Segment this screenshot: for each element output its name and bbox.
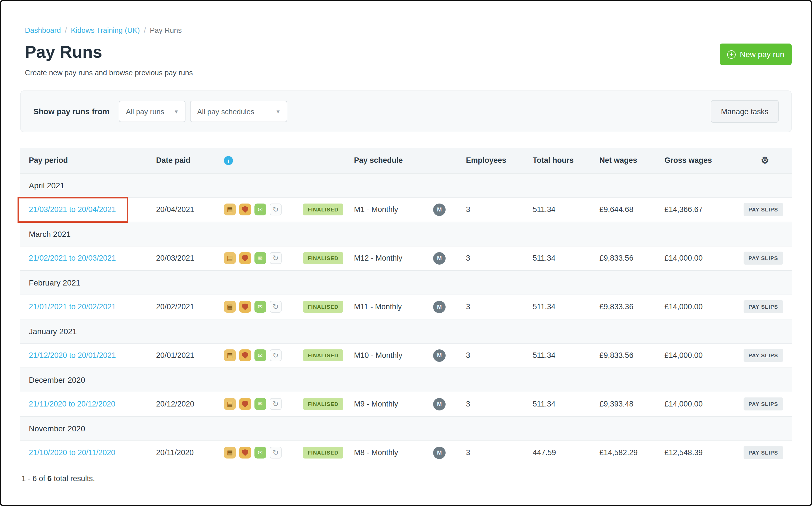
employees-cell: 3 — [458, 197, 524, 222]
shield-shape — [242, 401, 248, 407]
pay-slips-button[interactable]: PAY SLIPS — [743, 446, 783, 459]
reopen-payrun-icon[interactable]: ↻ — [270, 349, 281, 361]
pay-period-link[interactable]: 21/12/2020 to 20/01/2021 — [29, 351, 116, 359]
pay-period-link[interactable]: 21/03/2021 to 20/04/2021 — [29, 205, 116, 214]
employees-cell: 3 — [458, 343, 524, 367]
results-count: 1 - 6 of 6 total results. — [20, 474, 792, 483]
net-wages-cell: £14,582.29 — [591, 440, 656, 465]
pay-slips-button[interactable]: PAY SLIPS — [743, 398, 783, 410]
pay-runs-filter-value: All pay runs — [126, 107, 164, 115]
gross-wages-cell: £14,000.00 — [656, 246, 729, 270]
email-payslips-icon[interactable]: ✉ — [254, 203, 266, 216]
gross-wages-cell: £14,000.00 — [656, 392, 729, 416]
page-title: Pay Runs — [25, 43, 193, 61]
pension-shield-icon[interactable] — [239, 447, 251, 458]
pension-shield-icon[interactable] — [239, 349, 251, 361]
reopen-payrun-icon[interactable]: ↻ — [270, 203, 281, 216]
reopen-payrun-icon[interactable]: ↻ — [270, 301, 281, 313]
pay-run-row: 21/12/2020 to 20/01/2021 20/01/2021 ▤✉↻ … — [20, 343, 792, 367]
pay-slips-button[interactable]: PAY SLIPS — [743, 349, 783, 362]
pay-runs-filter-dropdown[interactable]: All pay runs ▾ — [118, 101, 185, 122]
month-group-label: February 2021 — [20, 270, 792, 294]
pay-schedule-cell: M12 - Monthly — [345, 246, 425, 270]
pay-period-link[interactable]: 21/02/2021 to 20/03/2021 — [29, 254, 116, 262]
month-group-row: April 2021 — [20, 173, 792, 197]
breadcrumb: Dashboard / Kidows Training (UK) / Pay R… — [20, 26, 792, 34]
employees-cell: 3 — [458, 392, 524, 416]
total-hours-cell: 511.34 — [524, 343, 591, 367]
page-header: Pay Runs Create new pay runs and browse … — [20, 43, 792, 77]
reopen-payrun-icon[interactable]: ↻ — [270, 398, 281, 410]
pay-slips-button[interactable]: PAY SLIPS — [743, 300, 783, 313]
pay-schedule-cell: M11 - Monthly — [345, 294, 425, 319]
date-paid-cell: 20/01/2021 — [148, 343, 216, 367]
pay-schedules-filter-value: All pay schedules — [197, 107, 254, 115]
schedule-frequency-badge: M — [433, 349, 445, 361]
payroll-journal-icon[interactable]: ▤ — [224, 349, 236, 361]
payroll-journal-icon[interactable]: ▤ — [224, 447, 236, 458]
pay-period-link[interactable]: 21/10/2020 to 20/11/2020 — [29, 448, 115, 457]
pay-run-row: 21/02/2021 to 20/03/2021 20/03/2021 ▤✉↻ … — [20, 246, 792, 270]
results-total: 6 — [48, 474, 52, 483]
table-header-row: Pay period Date paid i Pay schedule Empl… — [20, 148, 792, 173]
status-badge: FINALISED — [303, 447, 343, 458]
payroll-journal-icon[interactable]: ▤ — [224, 398, 236, 410]
month-group-label: March 2021 — [20, 222, 792, 246]
email-payslips-icon[interactable]: ✉ — [254, 447, 266, 458]
employees-cell: 3 — [458, 440, 524, 465]
payroll-journal-icon[interactable]: ▤ — [224, 301, 236, 313]
col-pay-schedule: Pay schedule — [345, 148, 458, 173]
pay-slips-button[interactable]: PAY SLIPS — [743, 203, 783, 216]
email-payslips-icon[interactable]: ✉ — [254, 252, 266, 264]
net-wages-cell: £9,833.56 — [591, 343, 656, 367]
month-group-label: November 2020 — [20, 416, 792, 440]
net-wages-cell: £9,833.56 — [591, 246, 656, 270]
email-payslips-icon[interactable]: ✉ — [254, 301, 266, 313]
settings-gear-icon[interactable]: ⚙ — [761, 156, 769, 165]
total-hours-cell: 511.34 — [524, 246, 591, 270]
pension-shield-icon[interactable] — [239, 301, 251, 313]
payroll-journal-icon[interactable]: ▤ — [224, 203, 236, 216]
manage-tasks-button[interactable]: Manage tasks — [711, 100, 779, 123]
row-status-icons: ▤✉↻ — [224, 301, 286, 313]
date-paid-cell: 20/03/2021 — [148, 246, 216, 270]
status-badge: FINALISED — [303, 398, 343, 410]
row-status-icons: ▤✉↻ — [224, 349, 286, 361]
net-wages-cell: £9,644.68 — [591, 197, 656, 222]
email-payslips-icon[interactable]: ✉ — [254, 398, 266, 410]
breadcrumb-company-link[interactable]: Kidows Training (UK) — [71, 26, 140, 34]
new-pay-run-button[interactable]: + New pay run — [720, 44, 792, 65]
pension-shield-icon[interactable] — [239, 203, 251, 216]
breadcrumb-dashboard-link[interactable]: Dashboard — [25, 26, 61, 34]
date-paid-cell: 20/11/2020 — [148, 440, 216, 465]
pay-schedule-cell: M8 - Monthly — [345, 440, 425, 465]
status-badge: FINALISED — [303, 349, 343, 361]
month-group-row: March 2021 — [20, 222, 792, 246]
chevron-down-icon: ▾ — [276, 108, 279, 115]
schedule-frequency-badge: M — [433, 252, 445, 264]
col-employees: Employees — [458, 148, 524, 173]
pay-run-row: 21/01/2021 to 20/02/2021 20/02/2021 ▤✉↻ … — [20, 294, 792, 319]
pay-slips-button[interactable]: PAY SLIPS — [743, 252, 783, 265]
row-status-icons: ▤✉↻ — [224, 447, 286, 458]
email-payslips-icon[interactable]: ✉ — [254, 349, 266, 361]
month-group-label: December 2020 — [20, 367, 792, 392]
pay-run-row: 21/11/2020 to 20/12/2020 20/12/2020 ▤✉↻ … — [20, 392, 792, 416]
info-icon[interactable]: i — [224, 156, 233, 165]
gross-wages-cell: £14,000.00 — [656, 294, 729, 319]
total-hours-cell: 511.34 — [524, 197, 591, 222]
col-settings: ⚙ — [729, 148, 792, 173]
pay-schedules-filter-dropdown[interactable]: All pay schedules ▾ — [190, 101, 287, 122]
reopen-payrun-icon[interactable]: ↻ — [270, 447, 281, 458]
employees-cell: 3 — [458, 246, 524, 270]
pay-period-link[interactable]: 21/11/2020 to 20/12/2020 — [29, 400, 115, 408]
pay-period-link[interactable]: 21/01/2021 to 20/02/2021 — [29, 303, 116, 311]
net-wages-cell: £9,833.36 — [591, 294, 656, 319]
status-badge: FINALISED — [303, 252, 343, 264]
schedule-frequency-badge: M — [433, 301, 445, 313]
payroll-journal-icon[interactable]: ▤ — [224, 252, 236, 264]
date-paid-cell: 20/04/2021 — [148, 197, 216, 222]
pension-shield-icon[interactable] — [239, 398, 251, 410]
reopen-payrun-icon[interactable]: ↻ — [270, 252, 281, 264]
pension-shield-icon[interactable] — [239, 252, 251, 264]
